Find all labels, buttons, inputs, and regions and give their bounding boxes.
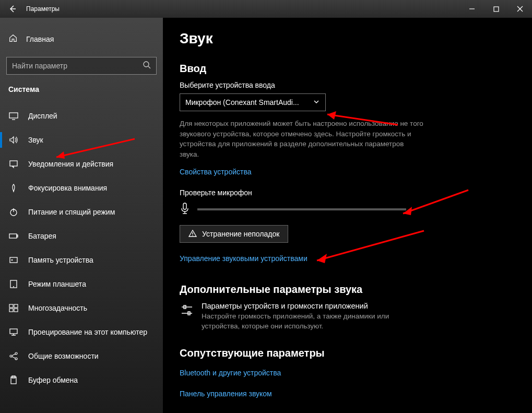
maximize-button[interactable] bbox=[484, 0, 508, 18]
sidebar-category: Система bbox=[0, 75, 163, 99]
search-icon bbox=[143, 61, 151, 71]
mic-level-bar bbox=[197, 208, 406, 210]
app-volume-desc: Настройте громкость приложений, а также … bbox=[202, 312, 425, 332]
svg-rect-22 bbox=[10, 329, 17, 334]
svg-rect-12 bbox=[9, 234, 17, 238]
sidebar-nav: Дисплей Звук Уведомления и действия Фоку… bbox=[0, 104, 163, 392]
svg-rect-21 bbox=[14, 309, 18, 312]
sidebar-item-label: Проецирование на этот компьютер bbox=[28, 328, 147, 336]
sidebar-home-label: Главная bbox=[26, 35, 54, 43]
sidebar-item-label: Фокусировка внимания bbox=[28, 184, 107, 192]
warning-icon bbox=[188, 229, 197, 239]
svg-line-6 bbox=[148, 66, 150, 68]
sidebar-item-label: Батарея bbox=[28, 232, 56, 240]
sidebar-item-multitask[interactable]: Многозадачность bbox=[0, 296, 163, 320]
app-volume-title: Параметры устройств и громкости приложен… bbox=[202, 302, 425, 310]
svg-point-24 bbox=[15, 352, 17, 355]
sidebar-item-label: Буфер обмена bbox=[28, 376, 78, 384]
sound-icon bbox=[8, 135, 19, 145]
sidebar-item-storage[interactable]: Память устройства bbox=[0, 248, 163, 272]
chevron-down-icon bbox=[313, 98, 320, 107]
sidebar-item-clipboard[interactable]: Буфер обмена bbox=[0, 368, 163, 392]
svg-rect-13 bbox=[17, 235, 18, 237]
sidebar-item-notifications[interactable]: Уведомления и действия bbox=[0, 152, 163, 176]
multitask-icon bbox=[8, 303, 19, 313]
svg-rect-18 bbox=[9, 304, 13, 308]
sidebar-item-label: Звук bbox=[28, 136, 43, 144]
svg-rect-7 bbox=[9, 113, 18, 118]
related-bluetooth-link[interactable]: Bluetooth и другие устройства bbox=[180, 369, 281, 377]
svg-point-5 bbox=[144, 62, 149, 67]
input-helptext: Для некоторых приложений может быть наст… bbox=[180, 119, 425, 159]
minimize-icon bbox=[469, 6, 475, 12]
focus-icon bbox=[8, 183, 19, 193]
notifications-icon bbox=[8, 159, 19, 169]
tablet-icon bbox=[8, 279, 19, 289]
sidebar-item-power[interactable]: Питание и спящий режим bbox=[0, 200, 163, 224]
close-button[interactable] bbox=[508, 0, 532, 18]
sidebar-item-label: Питание и спящий режим bbox=[28, 208, 115, 216]
project-icon bbox=[8, 327, 19, 337]
sidebar-item-label: Уведомления и действия bbox=[28, 160, 113, 168]
sidebar: Главная Система Дисплей Звук Уведомления… bbox=[0, 18, 163, 413]
troubleshoot-button[interactable]: Устранение неполадок bbox=[180, 225, 288, 243]
related-sound-panel-link[interactable]: Панель управления звуком bbox=[180, 390, 272, 398]
home-icon bbox=[8, 33, 18, 44]
svg-rect-2 bbox=[494, 7, 499, 11]
display-icon bbox=[8, 111, 19, 121]
svg-point-15 bbox=[11, 259, 13, 261]
svg-point-23 bbox=[10, 355, 12, 357]
svg-point-36 bbox=[192, 235, 193, 236]
troubleshoot-label: Устранение неполадок bbox=[202, 230, 279, 238]
svg-line-26 bbox=[12, 354, 15, 356]
clipboard-icon bbox=[8, 375, 19, 385]
input-device-select[interactable]: Микрофон (Conexant SmartAudi... bbox=[180, 93, 326, 111]
sidebar-home[interactable]: Главная bbox=[0, 28, 163, 50]
sidebar-item-sound[interactable]: Звук bbox=[0, 128, 163, 152]
back-button[interactable] bbox=[0, 0, 25, 18]
storage-icon bbox=[8, 255, 19, 265]
device-properties-link[interactable]: Свойства устройства bbox=[180, 168, 252, 176]
app-volume-item[interactable]: Параметры устройств и громкости приложен… bbox=[180, 302, 425, 332]
close-icon bbox=[517, 6, 523, 12]
sidebar-item-label: Дисплей bbox=[28, 112, 57, 120]
advanced-heading: Дополнительные параметры звука bbox=[180, 284, 515, 296]
search-input[interactable] bbox=[12, 62, 143, 70]
sidebar-item-shared[interactable]: Общие возможности bbox=[0, 344, 163, 368]
svg-rect-32 bbox=[183, 203, 186, 209]
sidebar-item-label: Многозадачность bbox=[28, 304, 87, 312]
svg-rect-9 bbox=[10, 161, 17, 166]
mic-test-row bbox=[180, 202, 515, 217]
svg-point-25 bbox=[15, 358, 17, 360]
maximize-icon bbox=[493, 6, 499, 12]
svg-rect-14 bbox=[10, 257, 17, 263]
shared-icon bbox=[8, 351, 19, 361]
input-heading: Ввод bbox=[180, 63, 515, 75]
svg-rect-20 bbox=[9, 309, 13, 312]
sidebar-item-label: Общие возможности bbox=[28, 352, 99, 360]
microphone-icon bbox=[180, 202, 190, 217]
power-icon bbox=[8, 207, 19, 217]
input-device-value: Микрофон (Conexant SmartAudi... bbox=[185, 98, 299, 107]
search-box[interactable] bbox=[6, 57, 157, 75]
sidebar-item-display[interactable]: Дисплей bbox=[0, 104, 163, 128]
svg-rect-19 bbox=[14, 304, 18, 308]
page-title: Звук bbox=[180, 30, 515, 47]
sidebar-item-label: Память устройства bbox=[28, 256, 93, 264]
sliders-icon bbox=[180, 303, 194, 317]
arrow-left-icon bbox=[8, 5, 17, 13]
svg-line-27 bbox=[12, 357, 15, 358]
sidebar-item-battery[interactable]: Батарея bbox=[0, 224, 163, 248]
minimize-button[interactable] bbox=[460, 0, 484, 18]
titlebar: Параметры bbox=[0, 0, 532, 18]
content-area: Звук Ввод Выберите устройства ввода Микр… bbox=[163, 18, 532, 413]
sidebar-item-tablet[interactable]: Режим планшета bbox=[0, 272, 163, 296]
sidebar-item-project[interactable]: Проецирование на этот компьютер bbox=[0, 320, 163, 344]
manage-devices-link[interactable]: Управление звуковыми устройствами bbox=[180, 254, 308, 263]
choose-input-label: Выберите устройства ввода bbox=[180, 81, 515, 89]
battery-icon bbox=[8, 231, 19, 241]
test-mic-label: Проверьте микрофон bbox=[180, 188, 515, 197]
sidebar-item-label: Режим планшета bbox=[28, 280, 86, 288]
window-title: Параметры bbox=[25, 5, 460, 13]
sidebar-item-focus[interactable]: Фокусировка внимания bbox=[0, 176, 163, 200]
